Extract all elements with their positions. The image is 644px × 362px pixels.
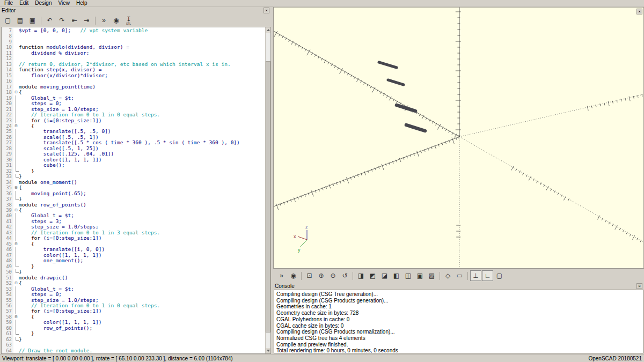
redo-button[interactable]: ↷ [56, 15, 68, 26]
menu-view[interactable]: View [55, 0, 74, 6]
view-all-button[interactable]: ▢ [494, 270, 505, 281]
code-line[interactable]: 57 for (i=[0:step_size:1]) [2, 308, 265, 314]
save-file-button[interactable]: ▣ [27, 15, 38, 26]
scrollbar-track[interactable] [266, 33, 270, 348]
code-editor[interactable]: 7$vpt = [0, 0, 0]; // vpt system variabl… [1, 27, 271, 354]
code-line[interactable]: 64// Draw the root module. [2, 348, 265, 353]
editor-close-button[interactable]: × [264, 8, 269, 13]
render-button[interactable]: ◉ [288, 270, 299, 281]
render-button[interactable]: ◉ [111, 15, 122, 26]
toolbar-separator [41, 17, 41, 25]
fold-marker-icon[interactable]: ⊟ [13, 90, 19, 95]
3d-viewport[interactable]: zxy × [273, 7, 644, 269]
perspective-button[interactable]: ◇ [442, 270, 453, 281]
menu-edit[interactable]: Edit [16, 0, 32, 6]
code-line[interactable]: 7$vpt = [0, 0, 0]; // vpt system variabl… [2, 28, 265, 33]
show-scale-markers-icon: ∟ [485, 272, 491, 279]
code-line[interactable]: 60 row_of_points(); [2, 326, 265, 331]
fold-margin [13, 213, 19, 218]
menu-file[interactable]: File [1, 0, 16, 6]
line-number: 11 [2, 50, 13, 56]
fold-margin [13, 348, 19, 353]
fold-marker-icon[interactable]: ⊟ [13, 241, 19, 247]
line-number: 37 [2, 196, 13, 202]
unindent-button[interactable]: ⇤ [69, 15, 80, 26]
scroll-down-arrow-icon[interactable] [266, 348, 270, 353]
editor-panel-header: Editor × [0, 7, 271, 14]
fold-marker-icon[interactable]: ⊟ [13, 314, 19, 320]
fold-margin [13, 286, 19, 292]
open-file-button[interactable]: ▤ [14, 15, 26, 26]
zoom-in-button[interactable]: ⊕ [316, 270, 327, 281]
zoom-all-button[interactable]: ⊡ [304, 270, 315, 281]
preview-button[interactable]: » [98, 15, 109, 26]
export-stl-icon: ↧ [126, 16, 131, 23]
view-bottom-icon: ◪ [382, 272, 387, 279]
code-line[interactable]: 8 [2, 33, 265, 39]
more-button[interactable]: » [276, 270, 287, 281]
code-area[interactable]: 7$vpt = [0, 0, 0]; // vpt system variabl… [2, 27, 265, 353]
view-diagonal-button[interactable]: ▨ [426, 270, 437, 281]
code-line[interactable]: 15 floor(x/divisor)*divisor; [2, 73, 265, 78]
show-axes-icon: ⊥ [473, 272, 478, 279]
view-right-button[interactable]: ◨ [355, 270, 367, 281]
line-number: 63 [2, 342, 13, 348]
code-line[interactable]: 48 one_moment(); [2, 258, 265, 263]
toolbar-separator [353, 272, 353, 280]
code-line[interactable]: 61 } [2, 331, 265, 336]
code-line[interactable]: 11 dividend % divisor; [2, 50, 265, 56]
console-close-button[interactable]: × [636, 283, 642, 289]
new-file-button[interactable]: ▢ [2, 15, 13, 26]
view-back-button[interactable]: ▣ [414, 270, 426, 281]
reset-view-button[interactable]: ↺ [339, 270, 350, 281]
code-line[interactable]: 17module moving_point(time) [2, 84, 265, 90]
indent-button[interactable]: ⇥ [81, 15, 92, 26]
view-bottom-button[interactable]: ◪ [379, 270, 390, 281]
zoom-out-button[interactable]: ⊖ [327, 270, 339, 281]
fold-marker-icon[interactable]: ⊟ [13, 123, 19, 129]
fold-marker-icon[interactable]: ⊟ [13, 208, 19, 213]
line-number: 31 [2, 162, 13, 168]
code-line[interactable]: 23 for (i=[0:step_size:1]) [2, 118, 265, 123]
toolbar-separator [301, 272, 302, 280]
line-number: 59 [2, 320, 13, 325]
code-line[interactable]: 34module one_moment() [2, 180, 265, 185]
show-axes-button[interactable]: ⊥ [470, 270, 481, 281]
perspective-icon: ◇ [445, 272, 450, 279]
line-number: 51 [2, 275, 13, 280]
fold-margin [13, 50, 19, 56]
code-line[interactable]: 38module row_of_points() [2, 202, 265, 208]
code-line[interactable]: 32 } [2, 168, 265, 174]
code-line[interactable]: 36 moving_point(.65); [2, 191, 265, 196]
console-line: Normalized CSG tree has 4 elements [276, 335, 641, 342]
view-left-button[interactable]: ◧ [391, 270, 402, 281]
export-stl-button[interactable]: ↧STL [123, 15, 134, 26]
fold-marker-icon[interactable]: ⊟ [13, 185, 19, 190]
viewport-close-button[interactable]: × [636, 9, 642, 14]
fold-marker-icon[interactable]: ⊟ [13, 280, 19, 286]
redo-icon: ↷ [59, 17, 64, 24]
editor-scrollbar[interactable] [265, 27, 270, 353]
code-line[interactable]: 51module drawpic() [2, 275, 265, 280]
code-line[interactable]: 49 } [2, 264, 265, 269]
scrollbar-thumb[interactable] [266, 61, 270, 333]
undo-button[interactable]: ↶ [44, 15, 55, 26]
fold-margin [13, 224, 19, 230]
code-line[interactable]: 62} [2, 337, 265, 342]
scroll-up-arrow-icon[interactable] [266, 27, 270, 33]
line-number: 62 [2, 337, 13, 342]
view-front-button[interactable]: ◫ [402, 270, 414, 281]
menu-help[interactable]: Help [73, 0, 91, 6]
fold-margin [13, 326, 19, 331]
orthogonal-button[interactable]: ▭ [454, 270, 465, 281]
console-output[interactable]: Compiling design (CSG Tree generation)..… [274, 290, 643, 353]
editor-panel-title: Editor [2, 8, 16, 13]
menu-design[interactable]: Design [32, 0, 55, 6]
show-scale-markers-button[interactable]: ∟ [482, 270, 493, 281]
code-line[interactable]: 31 cube(); [2, 162, 265, 168]
console-panel-header: Console × [273, 283, 644, 290]
code-line[interactable]: 44 for (i=[0:step_size:1]) [2, 235, 265, 241]
view-top-button[interactable]: ◩ [367, 270, 378, 281]
undo-icon: ↶ [47, 17, 52, 24]
fold-margin [13, 118, 19, 123]
